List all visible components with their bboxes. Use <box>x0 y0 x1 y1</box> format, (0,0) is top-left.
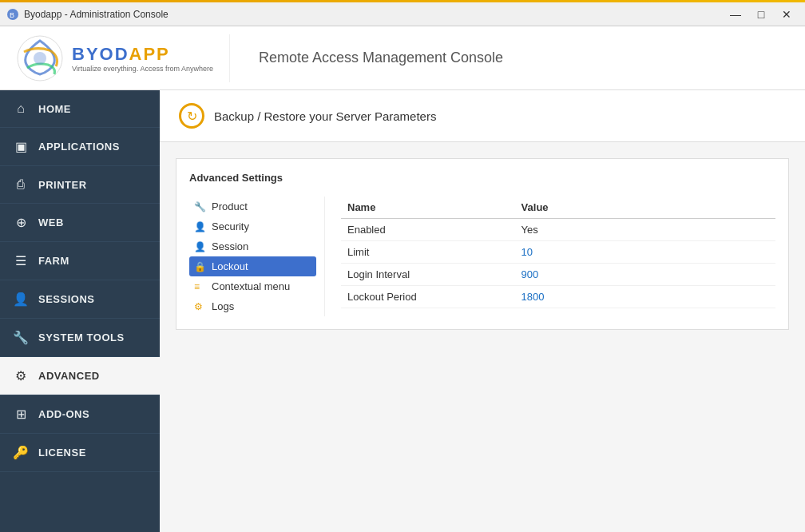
sidebar-label-license: LICENSE <box>38 447 86 459</box>
minimize-button[interactable]: — <box>724 5 748 24</box>
col-header-value: Value <box>515 197 775 219</box>
row-name-enabled: Enabled <box>341 219 515 241</box>
tree-label-security: Security <box>212 220 249 232</box>
logs-icon: ⚙ <box>194 301 207 312</box>
sidebar-item-add-ons[interactable]: ⊞ ADD-ONS <box>0 395 160 434</box>
product-icon: 🔧 <box>194 201 207 212</box>
col-header-name: Name <box>341 197 515 219</box>
lockout-icon: 🔒 <box>194 261 207 272</box>
tree-label-product: Product <box>212 200 248 212</box>
license-icon: 🔑 <box>13 445 29 460</box>
add-ons-icon: ⊞ <box>13 407 29 422</box>
sidebar: ⌂ HOME ▣ APPLICATIONS ⎙ PRINTER ⊕ WEB ☰ … <box>0 90 160 532</box>
table-row: Login Interval 900 <box>341 264 775 286</box>
logo-area: BYODAPP Virtualize everything. Access fr… <box>16 34 230 82</box>
app-header: BYODAPP Virtualize everything. Access fr… <box>0 26 805 90</box>
sidebar-item-home[interactable]: ⌂ HOME <box>0 90 160 128</box>
brand-tagline: Virtualize everything. Access from Anywh… <box>72 65 213 73</box>
content-area: Advanced Settings 🔧 Product 👤 Security <box>160 142 805 532</box>
tree-item-logs[interactable]: ⚙ Logs <box>189 296 316 316</box>
system-tools-icon: 🔧 <box>13 330 29 345</box>
session-icon: 👤 <box>194 241 207 252</box>
row-name-limit: Limit <box>341 241 515 264</box>
contextual-menu-icon: ≡ <box>194 281 207 292</box>
brand-text: BYODAPP Virtualize everything. Access fr… <box>72 44 213 73</box>
window-controls: — □ ✕ <box>724 5 799 24</box>
row-value-lockout-period: 1800 <box>515 286 775 308</box>
sidebar-label-advanced: ADVANCED <box>38 370 100 382</box>
home-icon: ⌂ <box>13 101 29 116</box>
tree-label-lockout: Lockout <box>212 260 248 272</box>
sidebar-label-system-tools: SYSTEM TOOLS <box>38 332 125 343</box>
sidebar-label-add-ons: ADD-ONS <box>38 408 89 420</box>
settings-table-area: Name Value Enabled Yes Limit <box>325 197 775 316</box>
sidebar-label-web: WEB <box>38 216 64 228</box>
sessions-icon: 👤 <box>13 292 29 307</box>
brand-name: BYODAPP <box>72 44 213 65</box>
sidebar-label-printer: PRINTER <box>38 179 87 191</box>
sidebar-item-printer[interactable]: ⎙ PRINTER <box>0 166 160 204</box>
window-title: Byodapp - Administration Console <box>24 9 169 20</box>
table-row: Enabled Yes <box>341 219 775 241</box>
applications-icon: ▣ <box>13 139 29 154</box>
table-row: Limit 10 <box>341 241 775 264</box>
main-area: ↻ Backup / Restore your Server Parameter… <box>160 90 805 532</box>
sidebar-label-applications: APPLICATIONS <box>38 141 120 153</box>
row-name-login-interval: Login Interval <box>341 264 515 286</box>
app-logo <box>16 34 64 82</box>
sidebar-item-applications[interactable]: ▣ APPLICATIONS <box>0 128 160 166</box>
web-icon: ⊕ <box>13 215 29 230</box>
sidebar-item-system-tools[interactable]: 🔧 SYSTEM TOOLS <box>0 319 160 357</box>
sidebar-item-advanced[interactable]: ⚙ ADVANCED <box>0 357 160 395</box>
tree-item-contextual-menu[interactable]: ≡ Contextual menu <box>189 276 316 296</box>
page-header-title: Backup / Restore your Server Parameters <box>214 109 436 123</box>
svg-text:B: B <box>10 11 14 19</box>
advanced-settings-panel: Advanced Settings 🔧 Product 👤 Security <box>176 158 789 330</box>
app-icon: B <box>6 8 19 21</box>
sidebar-item-license[interactable]: 🔑 LICENSE <box>0 434 160 472</box>
tree-label-session: Session <box>212 240 248 252</box>
sidebar-label-sessions: SESSIONS <box>38 293 94 305</box>
tree-item-product[interactable]: 🔧 Product <box>189 197 316 216</box>
tree-item-security[interactable]: 👤 Security <box>189 216 316 236</box>
sidebar-label-farm: FARM <box>38 255 69 267</box>
sidebar-item-web[interactable]: ⊕ WEB <box>0 204 160 242</box>
maximize-button[interactable]: □ <box>749 5 773 24</box>
header-title: Remote Access Management Console <box>259 50 503 66</box>
tree-item-session[interactable]: 👤 Session <box>189 236 316 256</box>
settings-table: Name Value Enabled Yes Limit <box>341 197 775 308</box>
panel-title: Advanced Settings <box>189 172 775 184</box>
sidebar-item-farm[interactable]: ☰ FARM <box>0 242 160 280</box>
sidebar-label-home: HOME <box>38 103 71 115</box>
tree-label-contextual-menu: Contextual menu <box>212 280 290 292</box>
settings-tree: 🔧 Product 👤 Security 👤 Session 🔒 <box>189 197 325 316</box>
page-header: ↻ Backup / Restore your Server Parameter… <box>160 90 805 142</box>
row-value-login-interval: 900 <box>515 264 775 286</box>
settings-body: 🔧 Product 👤 Security 👤 Session 🔒 <box>189 197 775 316</box>
svg-point-3 <box>34 52 46 65</box>
table-row: Lockout Period 1800 <box>341 286 775 308</box>
printer-icon: ⎙ <box>13 177 29 192</box>
row-value-enabled: Yes <box>515 219 775 241</box>
row-name-lockout-period: Lockout Period <box>341 286 515 308</box>
row-value-limit: 10 <box>515 241 775 264</box>
close-button[interactable]: ✕ <box>775 5 799 24</box>
sidebar-item-sessions[interactable]: 👤 SESSIONS <box>0 280 160 319</box>
tree-item-lockout[interactable]: 🔒 Lockout <box>189 256 316 276</box>
title-bar: B Byodapp - Administration Console — □ ✕ <box>0 2 805 26</box>
security-icon: 👤 <box>194 221 207 232</box>
advanced-icon: ⚙ <box>13 368 29 383</box>
tree-label-logs: Logs <box>212 300 234 312</box>
farm-icon: ☰ <box>13 253 29 268</box>
refresh-icon: ↻ <box>179 103 204 129</box>
